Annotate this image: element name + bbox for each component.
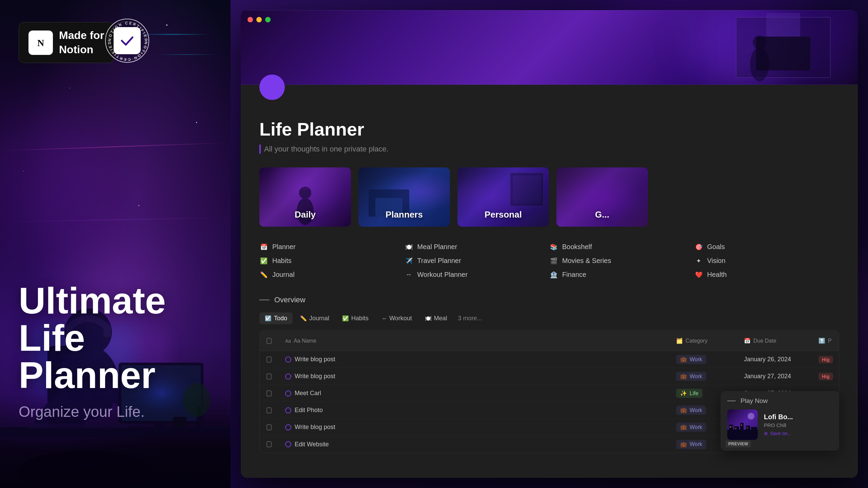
nav-links-row: 📅 Planner ✅ Habits ✏️ Journal 🍽️ xyxy=(259,243,839,279)
nav-link-journal[interactable]: ✏️ Journal xyxy=(259,271,405,279)
th-name-icon: Aa xyxy=(285,338,291,344)
tab-meal[interactable]: 🍽️ Meal xyxy=(419,312,453,324)
row6-name: Edit Website xyxy=(278,438,669,451)
meal-tab-label: Meal xyxy=(434,315,447,322)
nav-link-meal[interactable]: 🍽️ Meal Planner xyxy=(405,243,550,251)
habits-label: Habits xyxy=(272,257,292,265)
svg-text:NOTION CERTIFIED: NOTION CERTIFIED xyxy=(107,21,148,43)
tab-todo[interactable]: ☑️ Todo xyxy=(259,312,293,324)
finance-icon: 🏦 xyxy=(549,271,558,279)
category-badge: 💼 Work xyxy=(676,406,706,415)
nav-link-movies[interactable]: 🎬 Movies & Series xyxy=(549,257,694,265)
todo-tab-icon: ☑️ xyxy=(265,315,272,322)
personal-card-label: Personal xyxy=(485,209,522,220)
nav-link-finance[interactable]: 🏦 Finance xyxy=(549,271,694,279)
work-icon: 💼 xyxy=(680,441,687,448)
nav-card-personal[interactable]: Personal xyxy=(457,167,549,227)
svg-text:N: N xyxy=(37,38,44,48)
task-circle-icon xyxy=(285,407,291,413)
workout-tab-icon: ↔️ xyxy=(381,316,387,322)
svg-rect-13 xyxy=(144,430,175,432)
svg-point-35 xyxy=(748,413,754,420)
row3-checkbox[interactable] xyxy=(260,387,278,400)
music-save-button[interactable]: ⊕ Save on... xyxy=(764,431,832,436)
row1-checkbox[interactable] xyxy=(260,353,278,366)
svg-rect-39 xyxy=(741,425,742,426)
nav-link-goals[interactable]: 🎯 Goals xyxy=(694,243,840,251)
tab-workout[interactable]: ↔️ Workout xyxy=(376,312,417,324)
svg-point-22 xyxy=(753,36,766,49)
work-icon: 💼 xyxy=(680,407,687,413)
preview-badge: PREVIEW xyxy=(726,441,751,447)
music-track-subtitle: PRO Chill xyxy=(764,422,832,428)
row4-checkbox[interactable] xyxy=(260,404,278,417)
tab-journal[interactable]: ✏️ Journal xyxy=(295,312,335,324)
bookshelf-label: Bookshelf xyxy=(562,243,592,251)
subtitle-accent-bar xyxy=(259,144,261,154)
play-now-title: Play Now xyxy=(741,397,768,405)
priority-badge: Hig xyxy=(818,373,833,380)
daily-card-label: Daily xyxy=(295,209,316,220)
goals-nav-column: 🎯 Goals ✦ Vision ❤️ Health xyxy=(694,243,840,279)
table-row[interactable]: Write blog post 💼 Work January 26, 2024 … xyxy=(260,351,839,368)
planners-card-label: Planners xyxy=(386,209,423,220)
svg-rect-26 xyxy=(302,188,309,189)
movies-label: Movies & Series xyxy=(562,257,611,265)
nav-link-bookshelf[interactable]: 📚 Bookshelf xyxy=(549,243,694,251)
work-icon: 💼 xyxy=(680,373,687,380)
music-thumbnail[interactable] xyxy=(727,409,758,440)
svg-rect-12 xyxy=(154,424,164,430)
music-track-title: Lofi Bo... xyxy=(764,413,832,421)
vision-icon: ✦ xyxy=(694,257,703,265)
travel-label: Travel Planner xyxy=(417,257,461,265)
row1-priority: Hig xyxy=(812,352,839,367)
journal-tab-label: Journal xyxy=(309,315,329,322)
nav-link-travel[interactable]: ✈️ Travel Planner xyxy=(405,257,550,265)
save-label: Save on... xyxy=(770,431,791,436)
task-circle-icon xyxy=(285,357,291,363)
life-icon: ✨ xyxy=(680,390,687,396)
row6-checkbox[interactable] xyxy=(260,438,278,451)
notion-logo-icon: N xyxy=(28,30,53,55)
row1-due: January 26, 2024 xyxy=(737,352,812,366)
nav-card-planners[interactable]: Planners xyxy=(358,167,450,227)
nav-link-habits[interactable]: ✅ Habits xyxy=(259,257,405,265)
certified-stamp: NOTION CERTIFIED NOTION CERTIFIED xyxy=(105,19,149,63)
journal-label: Journal xyxy=(272,271,295,279)
svg-point-0 xyxy=(17,451,153,488)
finance-label: Finance xyxy=(562,271,586,279)
travel-icon: ✈️ xyxy=(405,257,413,265)
maximize-dot[interactable] xyxy=(265,17,271,22)
row5-checkbox[interactable] xyxy=(260,421,278,434)
nav-link-workout[interactable]: ↔️ Workout Planner xyxy=(405,271,550,279)
row2-due: January 27, 2024 xyxy=(737,369,812,383)
row1-category: 💼 Work xyxy=(669,351,737,367)
nav-link-health[interactable]: ❤️ Health xyxy=(694,271,840,279)
page-subtitle-text: All your thoughts in one private place. xyxy=(264,145,389,154)
nav-link-vision[interactable]: ✦ Vision xyxy=(694,257,840,265)
health-label: Health xyxy=(707,271,727,279)
play-now-widget: Play Now xyxy=(721,391,839,451)
nav-card-goals[interactable]: G... xyxy=(556,167,648,227)
notion-badge-text: Made for Notion xyxy=(59,28,104,57)
meal-icon: 🍽️ xyxy=(405,243,413,251)
personal-nav-column: 📚 Bookshelf 🎬 Movies & Series 🏦 Finance xyxy=(549,243,694,279)
page-title: Life Planner xyxy=(259,119,839,140)
goals-icon: 🎯 xyxy=(694,243,703,251)
row2-checkbox[interactable] xyxy=(260,370,278,383)
tabs-more-button[interactable]: 3 more... xyxy=(455,312,486,324)
table-row[interactable]: Write blog post 💼 Work January 27, 2024 … xyxy=(260,368,839,385)
minimize-dot[interactable] xyxy=(256,17,262,22)
work-icon: 💼 xyxy=(680,424,687,430)
svg-rect-38 xyxy=(735,428,736,429)
close-dot[interactable] xyxy=(248,17,253,22)
plus-icon: ⊕ xyxy=(764,431,768,436)
nav-link-planner[interactable]: 📅 Planner xyxy=(259,243,405,251)
row5-name: Write blog post xyxy=(278,420,669,434)
nav-card-daily[interactable]: Daily xyxy=(259,167,351,227)
hero-subtitle: Organize your Life. xyxy=(19,403,231,420)
due-date-th-icon: 📅 xyxy=(744,338,751,344)
tab-habits[interactable]: ✅ Habits xyxy=(337,312,374,324)
th-name: Aa Aa Name xyxy=(278,335,669,347)
nav-cards-container: Daily Planners xyxy=(259,167,839,227)
